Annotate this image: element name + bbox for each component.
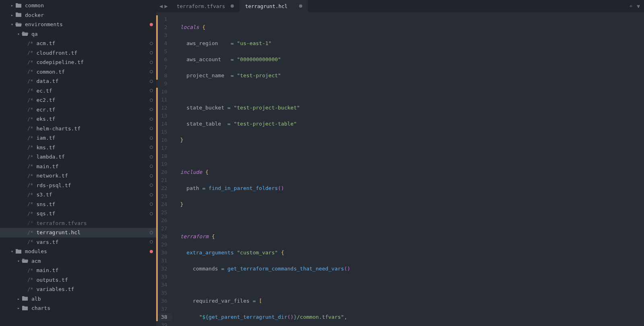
tree-file-rds-psql-tf[interactable]: /*rds-psql.tf	[0, 181, 156, 190]
string: "custom_vars"	[237, 250, 278, 256]
tree-file-common-tf[interactable]: /*common.tf	[0, 67, 156, 77]
tree-item-label: rds-psql.tf	[36, 182, 71, 188]
tree-item-label: codepipeline.tf	[36, 59, 83, 65]
tree-file-lambda-tf[interactable]: /*lambda.tf	[0, 152, 156, 162]
line-number: 26	[161, 217, 167, 225]
op-eq: =	[231, 40, 234, 46]
tree-file-iam-tf[interactable]: /*iam.tf	[0, 133, 156, 143]
tree-folder-environments[interactable]: ▾environments	[0, 20, 156, 29]
tree-file-codepipeline-tf[interactable]: /*codepipeline.tf	[0, 58, 156, 67]
folder-icon	[15, 12, 23, 18]
change-marker	[156, 184, 158, 233]
tree-folder-common[interactable]: ▸common	[0, 1, 156, 10]
tree-file-data-tf[interactable]: /*data.tf	[0, 76, 156, 86]
file-icon: /*	[27, 50, 33, 56]
tree-file-kms-tf[interactable]: /*kms.tf	[0, 143, 156, 153]
tree-item-label: cloudfront.tf	[36, 50, 77, 56]
code-area[interactable]: 1234567891011121314151617181920212223242…	[156, 12, 644, 326]
tree-folder-docker[interactable]: ▸docker	[0, 10, 156, 20]
tree-arrow-icon[interactable]: ▸	[10, 3, 14, 8]
vcs-status-icon	[150, 184, 153, 187]
op-eq: =	[227, 121, 231, 127]
tab-nav-prev-icon[interactable]: ◀	[159, 3, 163, 9]
attr: project_name	[186, 72, 224, 78]
vcs-status-icon	[150, 165, 153, 168]
file-tree[interactable]: ▸common▸docker▾environments▾qa/*acm.tf/*…	[0, 0, 156, 326]
vcs-status-icon	[150, 127, 153, 130]
line-number: 14	[161, 120, 167, 128]
folder-icon	[22, 296, 29, 301]
tree-file-main-tf[interactable]: /*main.tf	[0, 266, 156, 275]
tab-terraform-tfvars[interactable]: terraform.tfvars	[171, 0, 239, 12]
tree-file-outputs-tf[interactable]: /*outputs.tf	[0, 275, 156, 285]
tree-file-terragrunt-hcl[interactable]: /*terragrunt.hcl	[0, 228, 156, 237]
tree-file-vars-tf[interactable]: /*vars.tf	[0, 237, 156, 247]
tree-folder-charts[interactable]: ▸charts	[0, 303, 156, 313]
tab-actions: ＋ ▼	[624, 0, 644, 12]
modified-dot-icon	[150, 250, 153, 253]
fn-call: find_in_parent_folders	[208, 185, 278, 191]
op-eq: =	[231, 72, 234, 78]
tree-folder-alb[interactable]: ▸alb	[0, 294, 156, 304]
tree-file-acm-tf[interactable]: /*acm.tf	[0, 39, 156, 48]
tab-dropdown-icon[interactable]: ▼	[637, 3, 640, 9]
tree-arrow-icon[interactable]: ▸	[16, 297, 21, 301]
line-number: 9	[161, 80, 167, 88]
line-number: 16	[161, 136, 167, 144]
bracket-open: [	[259, 298, 262, 304]
tab-modified-icon[interactable]	[299, 4, 302, 8]
vcs-status-icon	[150, 118, 153, 121]
tab-modified-icon[interactable]	[231, 4, 234, 8]
change-marker	[156, 281, 158, 297]
tree-file-ec2-tf[interactable]: /*ec2.tf	[0, 95, 156, 105]
change-marker	[156, 15, 158, 80]
tree-file-eks-tf[interactable]: /*eks.tf	[0, 114, 156, 124]
tree-file-cloudfront-tf[interactable]: /*cloudfront.tf	[0, 48, 156, 58]
brace-open: {	[212, 233, 215, 239]
folder-icon	[15, 3, 23, 8]
brace-close: }	[180, 201, 184, 207]
tree-arrow-icon[interactable]: ▾	[10, 22, 14, 27]
tree-file-s3-tf[interactable]: /*s3.tf	[0, 190, 156, 200]
quote: "	[341, 314, 344, 320]
tree-arrow-icon[interactable]: ▸	[10, 13, 14, 17]
tree-folder-qa[interactable]: ▾qa	[0, 29, 156, 39]
file-icon: /*	[27, 78, 33, 84]
line-number: 3	[161, 31, 167, 39]
tree-file-terraform-tfvars[interactable]: /*terraform.tfvars	[0, 219, 156, 228]
tree-file-ecr-tf[interactable]: /*ecr.tf	[0, 105, 156, 115]
tree-file-network-tf[interactable]: /*network.tf	[0, 171, 156, 181]
tree-item-label: eks.tf	[36, 116, 55, 122]
vcs-status-icon	[150, 61, 153, 64]
brace-close: }	[180, 137, 184, 143]
tree-arrow-icon[interactable]: ▾	[10, 249, 14, 254]
line-number: 12	[161, 104, 167, 112]
tree-folder-modules[interactable]: ▾modules	[0, 247, 156, 256]
tree-item-label: helm-charts.tf	[36, 126, 80, 132]
keyword-locals: locals	[180, 24, 199, 30]
tree-item-label: common.tf	[36, 69, 64, 75]
tree-file-variables-tf[interactable]: /*variables.tf	[0, 285, 156, 294]
tree-arrow-icon[interactable]: ▸	[16, 306, 21, 310]
tree-folder-acm[interactable]: ▾acm	[0, 256, 156, 266]
tree-file-sns-tf[interactable]: /*sns.tf	[0, 200, 156, 209]
attr: state_bucket	[186, 105, 224, 111]
tree-file-sqs-tf[interactable]: /*sqs.tf	[0, 209, 156, 219]
tree-item-label: terraform.tfvars	[36, 220, 87, 226]
vcs-status-icon	[150, 51, 153, 54]
code-content[interactable]: locals { aws_region = "us-east-1" aws_ac…	[172, 12, 379, 326]
tree-arrow-icon[interactable]: ▾	[16, 259, 21, 263]
file-icon: /*	[27, 41, 33, 46]
vcs-status-icon	[150, 174, 153, 177]
tree-file-helm-charts-tf[interactable]: /*helm-charts.tf	[0, 124, 156, 134]
file-icon: /*	[27, 60, 33, 65]
tab-add-icon[interactable]: ＋	[628, 2, 634, 10]
tree-file-ec-tf[interactable]: /*ec.tf	[0, 86, 156, 96]
tree-item-label: main.tf	[36, 163, 58, 169]
tab-terragrunt-hcl[interactable]: terragrunt.hcl	[239, 0, 308, 12]
tab-nav-next-icon[interactable]: ▶	[164, 3, 167, 9]
tree-arrow-icon[interactable]: ▾	[16, 32, 21, 36]
line-number: 39	[161, 321, 167, 326]
tree-file-main-tf[interactable]: /*main.tf	[0, 162, 156, 171]
tab-bar: ◀ ▶ terraform.tfvarsterragrunt.hcl ＋ ▼	[156, 0, 644, 12]
